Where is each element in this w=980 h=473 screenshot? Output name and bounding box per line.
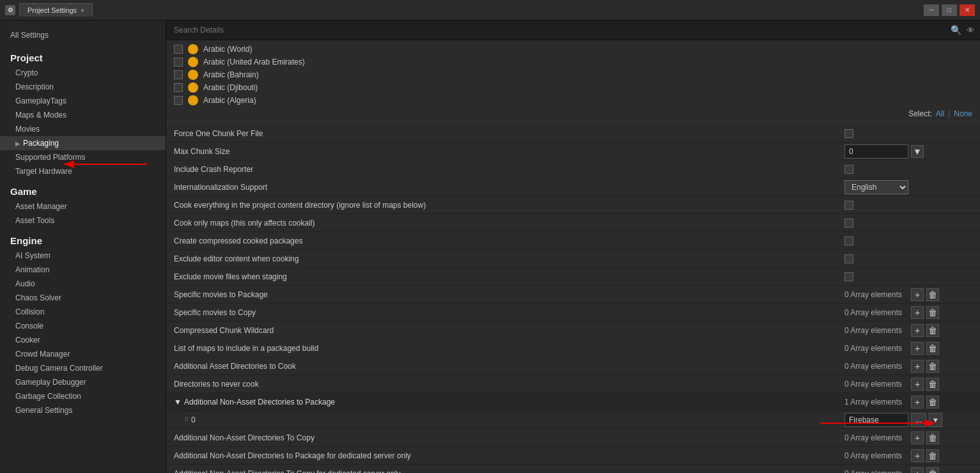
add-array-item-compressed-chunk-wildcard[interactable]: + [911, 324, 924, 337]
lang-checkbox-3[interactable] [174, 83, 183, 92]
array-count-additional-non-asset-dedicated-copy: 0 Array elements [844, 469, 908, 474]
sidebar-item-animation[interactable]: Animation [0, 263, 166, 277]
lang-checkbox-0[interactable] [174, 45, 183, 54]
checkbox-include-crash-reporter[interactable] [844, 165, 853, 174]
search-input[interactable] [171, 23, 948, 37]
sidebar-item-audio[interactable]: Audio [0, 277, 166, 291]
add-array-item-additional-non-asset-package[interactable]: + [911, 396, 924, 408]
number-stepper-max-chunk-size[interactable]: ▼ [911, 145, 924, 158]
lang-items-container: Arabic (World) Arabic (United Arab Emira… [166, 43, 980, 107]
sidebar-item-label: Audio [15, 279, 35, 288]
add-array-item-specific-movies-package[interactable]: + [911, 288, 924, 301]
checkbox-exclude-editor-content[interactable] [844, 254, 853, 263]
remove-array-item-additional-non-asset-package[interactable]: 🗑 [926, 396, 939, 408]
settings-row-include-crash-reporter: Include Crash Reporter [166, 160, 980, 178]
sidebar-item-packaging[interactable]: ▶Packaging [0, 136, 166, 150]
remove-array-item-list-of-maps[interactable]: 🗑 [926, 342, 939, 355]
dropdown-internationalization-support[interactable]: EnglishChineseJapaneseKoreanFrenchGerman [844, 180, 908, 194]
row-label-additional-non-asset-dedicated-copy: Additional Non-Asset Directories To Copy… [174, 467, 844, 474]
firebase-input-additional-non-asset-package-item[interactable] [844, 413, 908, 427]
sidebar-item-crypto[interactable]: Crypto [0, 66, 166, 80]
eye-icon[interactable]: 👁 [967, 26, 975, 35]
sidebar-item-debug-camera-controller[interactable]: Debug Camera Controller [0, 361, 166, 375]
sidebar-item-movies[interactable]: Movies [0, 122, 166, 136]
dots-button-additional-non-asset-package-item[interactable]: ... [911, 413, 926, 427]
row-value-dirs-never-cook: 0 Array elements + 🗑 [844, 378, 972, 391]
remove-array-item-dirs-never-cook[interactable]: 🗑 [926, 378, 939, 391]
sidebar-item-asset-manager[interactable]: Asset Manager [0, 199, 166, 213]
settings-scroll[interactable]: Arabic (World) Arabic (United Arab Emira… [166, 40, 980, 473]
sidebar-item-ai-system[interactable]: AI System [0, 249, 166, 263]
select-bar: Select: All | None [166, 107, 980, 121]
checkbox-force-chunk[interactable] [844, 129, 853, 138]
remove-array-item-specific-movies-package[interactable]: 🗑 [926, 288, 939, 301]
titlebar: ⚙ Project Settings × ─ □ ✕ [0, 0, 980, 20]
chevron-button-additional-non-asset-package-item[interactable]: ▼ [929, 413, 942, 427]
sidebar-item-console[interactable]: Console [0, 319, 166, 333]
lang-checkbox-2[interactable] [174, 70, 183, 79]
engine-nav: AI SystemAnimationAudioChaos SolverColli… [0, 249, 166, 417]
maximize-button[interactable]: □ [942, 4, 957, 16]
sidebar-item-maps-modes[interactable]: Maps & Modes [0, 108, 166, 122]
sidebar-item-gameplay-debugger[interactable]: Gameplay Debugger [0, 375, 166, 389]
sidebar-item-label: Crowd Manager [15, 350, 70, 359]
remove-array-item-additional-non-asset-dedicated-package[interactable]: 🗑 [926, 449, 939, 462]
settings-row-max-chunk-size: Max Chunk Size ▼ [166, 143, 980, 160]
number-input-max-chunk-size[interactable] [844, 144, 908, 159]
checkbox-exclude-movie-files[interactable] [844, 272, 853, 281]
remove-array-item-specific-movies-copy[interactable]: 🗑 [926, 306, 939, 319]
add-array-item-specific-movies-copy[interactable]: + [911, 306, 924, 319]
lang-checkbox-1[interactable] [174, 58, 183, 66]
close-tab-icon[interactable]: × [81, 7, 84, 14]
array-count-specific-movies-copy: 0 Array elements [844, 308, 908, 317]
sidebar-item-label: General Settings [15, 406, 72, 415]
close-window-button[interactable]: ✕ [960, 4, 975, 16]
sidebar-item-target-hardware[interactable]: Target Hardware [0, 164, 166, 178]
checkbox-cook-everything[interactable] [844, 201, 853, 210]
sidebar-item-supported-platforms[interactable]: Supported Platforms [0, 150, 166, 164]
add-array-item-additional-non-asset-dedicated-package[interactable]: + [911, 449, 924, 462]
drag-handle-additional-non-asset-package-item: ⠿ [184, 416, 189, 423]
sidebar-item-label: Supported Platforms [15, 153, 85, 162]
settings-row-exclude-movie-files: Exclude movie files when staging [166, 268, 980, 286]
row-value-cook-only-maps [844, 219, 972, 228]
row-label-additional-non-asset-package-item: 0 [191, 413, 844, 427]
row-label-compressed-chunk-wildcard: Compressed Chunk Wildcard [174, 323, 844, 337]
row-value-create-compressed [844, 236, 972, 245]
select-none-link[interactable]: None [954, 109, 972, 118]
sidebar-item-asset-tools[interactable]: Asset Tools [0, 213, 166, 228]
lang-item-4: Arabic (Algeria) [166, 94, 980, 107]
minimize-button[interactable]: ─ [924, 4, 939, 16]
add-array-item-dirs-never-cook[interactable]: + [911, 378, 924, 391]
project-settings-tab[interactable]: Project Settings × [19, 3, 93, 17]
checkbox-create-compressed[interactable] [844, 236, 853, 245]
add-array-item-list-of-maps[interactable]: + [911, 342, 924, 355]
remove-array-item-additional-asset-dirs[interactable]: 🗑 [926, 360, 939, 373]
add-array-item-additional-non-asset-copy[interactable]: + [911, 431, 924, 444]
remove-array-item-additional-non-asset-copy[interactable]: 🗑 [926, 431, 939, 444]
select-all-link[interactable]: All [936, 109, 944, 118]
remove-array-item-compressed-chunk-wildcard[interactable]: 🗑 [926, 324, 939, 337]
sidebar-item-description[interactable]: Description [0, 80, 166, 94]
array-count-additional-non-asset-copy: 0 Array elements [844, 433, 908, 442]
lang-checkbox-4[interactable] [174, 96, 183, 105]
row-label-internationalization-support: Internationalization Support [174, 180, 844, 194]
sidebar-item-collision[interactable]: Collision [0, 305, 166, 319]
sidebar-item-chaos-solver[interactable]: Chaos Solver [0, 291, 166, 305]
sidebar-item-general-settings[interactable]: General Settings [0, 403, 166, 417]
settings-row-cook-everything: Cook everything in the project content d… [166, 196, 980, 214]
checkbox-cook-only-maps[interactable] [844, 219, 853, 228]
sidebar-item-label: Console [15, 322, 43, 330]
settings-row-additional-non-asset-package-item: ⠿ 0 ... ▼ [166, 411, 980, 429]
remove-array-item-additional-non-asset-dedicated-copy[interactable]: 🗑 [926, 467, 939, 474]
lang-name-0: Arabic (World) [203, 45, 252, 54]
sidebar-item-gameplay-tags[interactable]: GameplayTags [0, 94, 166, 108]
sidebar-item-crowd-manager[interactable]: Crowd Manager [0, 347, 166, 361]
sidebar-item-garbage-collection[interactable]: Garbage Collection [0, 389, 166, 403]
add-array-item-additional-non-asset-dedicated-copy[interactable]: + [911, 467, 924, 474]
all-settings-link[interactable]: All Settings [0, 26, 166, 45]
sidebar-item-cooker[interactable]: Cooker [0, 333, 166, 347]
row-value-specific-movies-package: 0 Array elements + 🗑 [844, 288, 972, 301]
settings-row-additional-non-asset-package: ▼ Additional Non-Asset Directories to Pa… [166, 393, 980, 411]
add-array-item-additional-asset-dirs[interactable]: + [911, 360, 924, 373]
